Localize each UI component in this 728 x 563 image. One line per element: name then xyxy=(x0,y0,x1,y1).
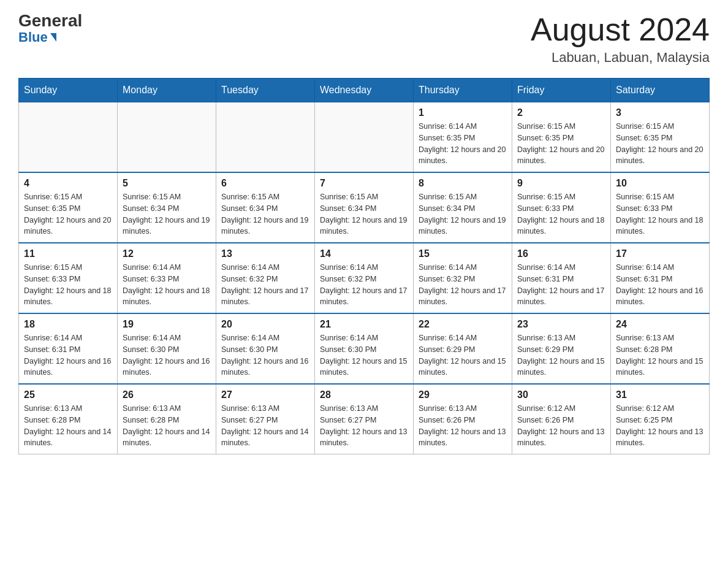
day-info-text: Sunrise: 6:14 AM Sunset: 6:33 PM Dayligh… xyxy=(123,262,211,308)
day-info-text: Sunrise: 6:15 AM Sunset: 6:33 PM Dayligh… xyxy=(24,262,112,308)
day-number: 26 xyxy=(123,389,211,400)
day-info-text: Sunrise: 6:15 AM Sunset: 6:35 PM Dayligh… xyxy=(517,121,605,167)
calendar-day-cell: 18Sunrise: 6:14 AM Sunset: 6:31 PM Dayli… xyxy=(19,313,118,384)
day-number: 15 xyxy=(419,248,507,259)
day-number: 12 xyxy=(123,248,211,259)
calendar-day-cell: 26Sunrise: 6:13 AM Sunset: 6:28 PM Dayli… xyxy=(118,384,216,454)
calendar-day-cell: 16Sunrise: 6:14 AM Sunset: 6:31 PM Dayli… xyxy=(512,243,611,313)
day-number: 5 xyxy=(123,178,211,189)
day-info-text: Sunrise: 6:13 AM Sunset: 6:28 PM Dayligh… xyxy=(24,403,112,449)
day-header-thursday: Thursday xyxy=(414,79,512,102)
day-number: 6 xyxy=(221,178,309,189)
calendar-day-cell: 17Sunrise: 6:14 AM Sunset: 6:31 PM Dayli… xyxy=(611,243,710,313)
day-number: 28 xyxy=(320,389,408,400)
calendar-day-cell: 14Sunrise: 6:14 AM Sunset: 6:32 PM Dayli… xyxy=(315,243,414,313)
day-number: 31 xyxy=(616,389,704,400)
day-header-sunday: Sunday xyxy=(19,79,118,102)
calendar-day-cell: 25Sunrise: 6:13 AM Sunset: 6:28 PM Dayli… xyxy=(19,384,118,454)
day-number: 9 xyxy=(517,178,605,189)
calendar-week-row: 4Sunrise: 6:15 AM Sunset: 6:35 PM Daylig… xyxy=(19,172,710,243)
day-header-saturday: Saturday xyxy=(611,79,710,102)
calendar-day-cell: 4Sunrise: 6:15 AM Sunset: 6:35 PM Daylig… xyxy=(19,172,118,243)
calendar-day-cell: 24Sunrise: 6:13 AM Sunset: 6:28 PM Dayli… xyxy=(611,313,710,384)
calendar-day-cell: 11Sunrise: 6:15 AM Sunset: 6:33 PM Dayli… xyxy=(19,243,118,313)
day-number: 4 xyxy=(24,178,112,189)
day-info-text: Sunrise: 6:15 AM Sunset: 6:34 PM Dayligh… xyxy=(123,191,211,237)
day-info-text: Sunrise: 6:12 AM Sunset: 6:25 PM Dayligh… xyxy=(616,403,704,449)
logo-blue-text: Blue xyxy=(18,29,56,45)
day-info-text: Sunrise: 6:13 AM Sunset: 6:29 PM Dayligh… xyxy=(517,332,605,378)
day-number: 25 xyxy=(24,389,112,400)
day-info-text: Sunrise: 6:15 AM Sunset: 6:35 PM Dayligh… xyxy=(24,191,112,237)
day-number: 8 xyxy=(419,178,507,189)
calendar-day-cell: 12Sunrise: 6:14 AM Sunset: 6:33 PM Dayli… xyxy=(118,243,216,313)
logo-arrow-icon xyxy=(50,33,56,42)
calendar-day-cell: 7Sunrise: 6:15 AM Sunset: 6:34 PM Daylig… xyxy=(315,172,414,243)
calendar-day-cell: 3Sunrise: 6:15 AM Sunset: 6:35 PM Daylig… xyxy=(611,102,710,173)
calendar-day-cell: 6Sunrise: 6:15 AM Sunset: 6:34 PM Daylig… xyxy=(216,172,315,243)
day-header-friday: Friday xyxy=(512,79,611,102)
day-info-text: Sunrise: 6:14 AM Sunset: 6:29 PM Dayligh… xyxy=(419,332,507,378)
logo-general-text: General xyxy=(18,12,82,29)
day-info-text: Sunrise: 6:14 AM Sunset: 6:30 PM Dayligh… xyxy=(221,332,309,378)
day-info-text: Sunrise: 6:14 AM Sunset: 6:32 PM Dayligh… xyxy=(419,262,507,308)
day-info-text: Sunrise: 6:14 AM Sunset: 6:31 PM Dayligh… xyxy=(517,262,605,308)
day-info-text: Sunrise: 6:12 AM Sunset: 6:26 PM Dayligh… xyxy=(517,403,605,449)
day-info-text: Sunrise: 6:13 AM Sunset: 6:27 PM Dayligh… xyxy=(320,403,408,449)
calendar-day-cell: 15Sunrise: 6:14 AM Sunset: 6:32 PM Dayli… xyxy=(414,243,512,313)
day-number: 17 xyxy=(616,248,704,259)
day-info-text: Sunrise: 6:14 AM Sunset: 6:31 PM Dayligh… xyxy=(24,332,112,378)
day-number: 13 xyxy=(221,248,309,259)
calendar-day-cell: 8Sunrise: 6:15 AM Sunset: 6:34 PM Daylig… xyxy=(414,172,512,243)
calendar-day-cell: 9Sunrise: 6:15 AM Sunset: 6:33 PM Daylig… xyxy=(512,172,611,243)
calendar-week-row: 11Sunrise: 6:15 AM Sunset: 6:33 PM Dayli… xyxy=(19,243,710,313)
page-header: General Blue August 2024 Labuan, Labuan,… xyxy=(18,12,710,66)
day-info-text: Sunrise: 6:13 AM Sunset: 6:27 PM Dayligh… xyxy=(221,403,309,449)
day-info-text: Sunrise: 6:14 AM Sunset: 6:30 PM Dayligh… xyxy=(320,332,408,378)
calendar-day-cell xyxy=(118,102,216,173)
day-number: 24 xyxy=(616,319,704,330)
calendar-day-cell: 19Sunrise: 6:14 AM Sunset: 6:30 PM Dayli… xyxy=(118,313,216,384)
day-number: 2 xyxy=(517,107,605,118)
day-number: 3 xyxy=(616,107,704,118)
day-number: 23 xyxy=(517,319,605,330)
day-header-tuesday: Tuesday xyxy=(216,79,315,102)
calendar-week-row: 1Sunrise: 6:14 AM Sunset: 6:35 PM Daylig… xyxy=(19,102,710,173)
calendar-day-cell: 27Sunrise: 6:13 AM Sunset: 6:27 PM Dayli… xyxy=(216,384,315,454)
day-info-text: Sunrise: 6:15 AM Sunset: 6:34 PM Dayligh… xyxy=(221,191,309,237)
calendar-day-cell: 28Sunrise: 6:13 AM Sunset: 6:27 PM Dayli… xyxy=(315,384,414,454)
location-text: Labuan, Labuan, Malaysia xyxy=(531,50,710,66)
day-number: 27 xyxy=(221,389,309,400)
day-number: 18 xyxy=(24,319,112,330)
day-number: 10 xyxy=(616,178,704,189)
day-number: 16 xyxy=(517,248,605,259)
day-info-text: Sunrise: 6:14 AM Sunset: 6:32 PM Dayligh… xyxy=(221,262,309,308)
day-info-text: Sunrise: 6:15 AM Sunset: 6:35 PM Dayligh… xyxy=(616,121,704,167)
calendar-day-cell: 29Sunrise: 6:13 AM Sunset: 6:26 PM Dayli… xyxy=(414,384,512,454)
logo: General Blue xyxy=(18,12,82,45)
calendar-day-cell: 31Sunrise: 6:12 AM Sunset: 6:25 PM Dayli… xyxy=(611,384,710,454)
day-number: 1 xyxy=(419,107,507,118)
day-header-monday: Monday xyxy=(118,79,216,102)
calendar-day-cell: 1Sunrise: 6:14 AM Sunset: 6:35 PM Daylig… xyxy=(414,102,512,173)
calendar-day-cell: 10Sunrise: 6:15 AM Sunset: 6:33 PM Dayli… xyxy=(611,172,710,243)
day-number: 7 xyxy=(320,178,408,189)
day-info-text: Sunrise: 6:14 AM Sunset: 6:35 PM Dayligh… xyxy=(419,121,507,167)
day-info-text: Sunrise: 6:15 AM Sunset: 6:34 PM Dayligh… xyxy=(419,191,507,237)
calendar-header-row: SundayMondayTuesdayWednesdayThursdayFrid… xyxy=(19,79,710,102)
calendar-day-cell: 20Sunrise: 6:14 AM Sunset: 6:30 PM Dayli… xyxy=(216,313,315,384)
calendar-day-cell: 13Sunrise: 6:14 AM Sunset: 6:32 PM Dayli… xyxy=(216,243,315,313)
calendar-day-cell xyxy=(19,102,118,173)
day-number: 30 xyxy=(517,389,605,400)
calendar-day-cell: 21Sunrise: 6:14 AM Sunset: 6:30 PM Dayli… xyxy=(315,313,414,384)
day-info-text: Sunrise: 6:15 AM Sunset: 6:33 PM Dayligh… xyxy=(616,191,704,237)
calendar-day-cell xyxy=(216,102,315,173)
day-number: 19 xyxy=(123,319,211,330)
calendar-table: SundayMondayTuesdayWednesdayThursdayFrid… xyxy=(18,78,710,454)
day-info-text: Sunrise: 6:15 AM Sunset: 6:33 PM Dayligh… xyxy=(517,191,605,237)
day-number: 20 xyxy=(221,319,309,330)
day-info-text: Sunrise: 6:14 AM Sunset: 6:32 PM Dayligh… xyxy=(320,262,408,308)
calendar-day-cell: 5Sunrise: 6:15 AM Sunset: 6:34 PM Daylig… xyxy=(118,172,216,243)
calendar-week-row: 25Sunrise: 6:13 AM Sunset: 6:28 PM Dayli… xyxy=(19,384,710,454)
title-block: August 2024 Labuan, Labuan, Malaysia xyxy=(531,12,710,66)
